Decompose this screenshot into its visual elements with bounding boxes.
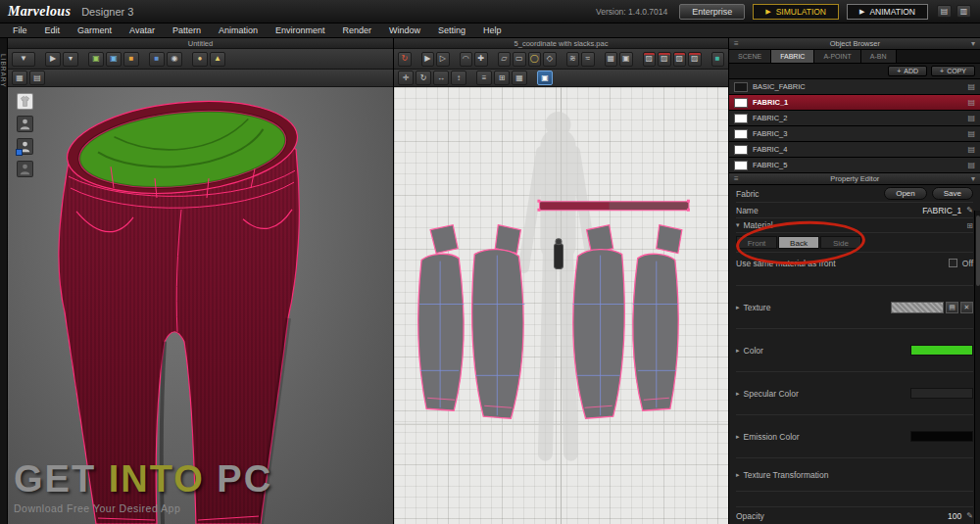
scrollbar-thumb[interactable] xyxy=(976,215,980,286)
opacity-value[interactable]: 100 xyxy=(948,511,961,521)
colorway-tool[interactable]: ■ xyxy=(711,52,725,67)
menu-window[interactable]: Window xyxy=(380,25,429,35)
texture-expander-icon[interactable]: ▸ xyxy=(736,304,740,311)
ob-tab-fabric[interactable]: FABRIC xyxy=(771,50,814,63)
fabric-properties-icon[interactable]: ▤ xyxy=(967,82,975,91)
add-button[interactable]: + ADD xyxy=(888,66,927,76)
pin-tool[interactable]: ◉ xyxy=(167,52,182,67)
property-editor-scrollbar[interactable] xyxy=(974,211,980,524)
edit-opacity-icon[interactable]: ✎ xyxy=(966,511,973,520)
emission-expander-icon[interactable]: ▸ xyxy=(736,433,740,441)
menu-setting[interactable]: Setting xyxy=(429,25,474,35)
select-move-tool[interactable]: ▶ xyxy=(45,52,61,67)
ob-tab-a-point[interactable]: A-POINT xyxy=(814,50,860,63)
color-expander-icon[interactable]: ▸ xyxy=(736,347,740,355)
surface-textured-toggle[interactable]: ▦ xyxy=(12,71,27,85)
material-options-icon[interactable]: ⊞ xyxy=(966,221,973,230)
move-pattern-tool[interactable]: ✛ xyxy=(398,71,414,85)
edit-name-icon[interactable]: ✎ xyxy=(966,206,973,214)
edit-curvature-tool[interactable]: ◠ xyxy=(460,52,473,67)
ob-tab-a-bn[interactable]: A-BN xyxy=(861,50,897,63)
texture-offset-tool[interactable]: ▨ xyxy=(688,52,702,67)
menu-environment[interactable]: Environment xyxy=(267,25,334,35)
fabric-row-fabric_4[interactable]: FABRIC_4▤ xyxy=(729,142,980,158)
specular-expander-icon[interactable]: ▸ xyxy=(736,390,740,398)
create-rectangle-tool[interactable]: ▭ xyxy=(513,52,526,67)
object-browser-menu-icon[interactable]: ≡ xyxy=(734,39,739,48)
show-grid-toggle[interactable]: ▦ xyxy=(605,52,618,67)
same-material-checkbox[interactable] xyxy=(949,259,957,267)
object-browser-pin-icon[interactable]: ▾ xyxy=(971,39,975,48)
specular-color-swatch[interactable] xyxy=(910,388,973,399)
open-button[interactable]: Open xyxy=(884,187,927,200)
fabric-properties-icon[interactable]: ▤ xyxy=(967,145,975,154)
material-tab-front[interactable]: Front xyxy=(736,236,777,249)
menu-render[interactable]: Render xyxy=(334,25,381,35)
free-seam-tool[interactable]: ≈ xyxy=(581,52,595,67)
flip-horizontal-tool[interactable]: ↔ xyxy=(433,71,449,85)
menu-animation[interactable]: Animation xyxy=(210,25,267,35)
viewport-3d[interactable] xyxy=(8,87,393,524)
flip-vertical-tool[interactable]: ↕ xyxy=(451,71,466,85)
simulate-property-tool[interactable]: ■ xyxy=(123,52,139,67)
property-editor-pin-icon[interactable]: ▾ xyxy=(971,174,975,183)
material-tab-side[interactable]: Side xyxy=(820,236,861,249)
fabric-properties-icon[interactable]: ▤ xyxy=(967,129,975,138)
boundary-snap-toggle[interactable]: ▦ xyxy=(512,71,527,85)
menu-file[interactable]: File xyxy=(4,25,36,35)
transform-expander-icon[interactable]: ▸ xyxy=(736,471,740,479)
emission-color-swatch[interactable] xyxy=(910,431,973,442)
avatar-display-tool[interactable]: ● xyxy=(192,52,208,67)
camera-view-dropdown[interactable]: ▼ xyxy=(12,52,35,67)
show-pattern-outline-toggle[interactable]: ▣ xyxy=(619,52,633,67)
texture-uv-tool[interactable]: ▨ xyxy=(658,52,671,67)
avatar-thumbnail-3[interactable] xyxy=(17,161,33,177)
transform-pattern-tool[interactable]: ▶ xyxy=(421,52,435,67)
fabric-row-fabric_3[interactable]: FABRIC_3▤ xyxy=(729,126,980,142)
fabric-row-fabric_5[interactable]: FABRIC_5▤ xyxy=(729,158,980,173)
fabric-row-fabric_1[interactable]: FABRIC_1▤ xyxy=(729,95,980,111)
rotate-pattern-tool[interactable]: ↻ xyxy=(416,71,431,85)
snap-toggle[interactable]: ⊞ xyxy=(494,71,510,85)
workspace-layout-icon[interactable]: ▤ xyxy=(937,5,952,18)
texture-edit-tool[interactable]: ▨ xyxy=(643,52,657,67)
menu-help[interactable]: Help xyxy=(474,25,511,35)
texture-path-field[interactable] xyxy=(891,302,944,313)
copy-button[interactable]: + COPY xyxy=(931,66,975,76)
segment-seam-tool[interactable]: ≋ xyxy=(566,52,580,67)
material-tab-back[interactable]: Back xyxy=(778,236,819,249)
simulation-button[interactable]: ▶ SIMULATION xyxy=(753,4,839,20)
edit-pattern-tool[interactable]: ▷ xyxy=(436,52,450,67)
menu-garment[interactable]: Garment xyxy=(69,25,121,35)
avatar-thumbnail-2[interactable] xyxy=(17,138,33,155)
texture-clear-button[interactable]: ✕ xyxy=(960,302,973,313)
texture-repeat-tool[interactable]: ▨ xyxy=(673,52,687,67)
fabric-properties-icon[interactable]: ▤ xyxy=(967,98,975,107)
surface-mesh-toggle[interactable]: ▤ xyxy=(29,71,45,85)
ob-tab-scene[interactable]: SCENE xyxy=(729,50,771,63)
avatar-pose-tool[interactable]: ▲ xyxy=(210,52,225,67)
fabric-properties-icon[interactable]: ▤ xyxy=(967,114,975,122)
create-circle-tool[interactable]: ◯ xyxy=(528,52,542,67)
name-value[interactable]: FABRIC_1 xyxy=(922,206,961,215)
sync-2d-3d-tool[interactable]: ↻ xyxy=(398,52,412,67)
library-rail[interactable]: LIBRARY xyxy=(0,38,8,524)
show-avatar-toggle[interactable]: ▣ xyxy=(106,52,122,67)
material-expander-icon[interactable]: ▾ xyxy=(736,221,740,229)
fabric-row-basic_fabric[interactable]: BASIC_FABRIC▤ xyxy=(729,79,980,95)
save-button[interactable]: Save xyxy=(932,187,973,200)
animation-button[interactable]: ▶ ANIMATION xyxy=(847,4,928,20)
property-editor-menu-icon[interactable]: ≡ xyxy=(734,174,739,183)
color-swatch[interactable] xyxy=(910,345,973,356)
garment-thumbnail[interactable] xyxy=(17,93,33,110)
avatar-thumbnail-1[interactable] xyxy=(17,116,33,132)
create-polygon-tool[interactable]: ▱ xyxy=(498,52,512,67)
texture-editor-mode[interactable]: ▣ xyxy=(537,71,553,85)
menu-edit[interactable]: Edit xyxy=(36,25,70,35)
avatar-tape-tool[interactable]: ■ xyxy=(149,52,165,67)
texture-browse-button[interactable]: ▤ xyxy=(946,302,958,313)
edit-curve-point-tool[interactable]: ✚ xyxy=(474,52,488,67)
viewport-2d[interactable] xyxy=(394,87,728,524)
fabric-row-fabric_2[interactable]: FABRIC_2▤ xyxy=(729,111,980,126)
workspace-split-icon[interactable]: ▥ xyxy=(956,5,971,18)
